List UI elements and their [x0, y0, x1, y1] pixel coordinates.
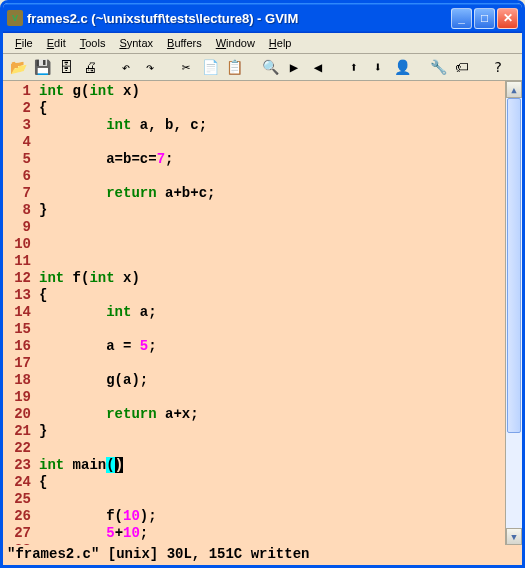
code-editor[interactable]: 1int g(int x)2{3 int a, b, c;45 a=b=c=7;…: [3, 81, 505, 545]
code-line[interactable]: 16 a = 5;: [7, 338, 505, 355]
menu-syntax[interactable]: Syntax: [113, 35, 159, 51]
line-content: {: [39, 100, 47, 117]
help-icon[interactable]: ?: [489, 58, 507, 76]
scroll-thumb[interactable]: [507, 98, 521, 433]
code-line[interactable]: 26 f(10);: [7, 508, 505, 525]
line-number: 23: [7, 457, 31, 474]
code-line[interactable]: 25: [7, 491, 505, 508]
line-number: 5: [7, 151, 31, 168]
line-content: return a+x;: [39, 406, 199, 423]
saveall-icon[interactable]: 🗄: [57, 58, 75, 76]
code-line[interactable]: 24{: [7, 474, 505, 491]
code-line[interactable]: 8}: [7, 202, 505, 219]
line-number: 9: [7, 219, 31, 236]
window-title: frames2.c (~\unixstuff\tests\lecture8) -…: [27, 11, 451, 26]
line-content: {: [39, 287, 47, 304]
status-line: "frames2.c" [unix] 30L, 151C written: [3, 545, 522, 565]
line-number: 11: [7, 253, 31, 270]
redo-icon[interactable]: ↷: [141, 58, 159, 76]
line-content: int main(): [39, 457, 123, 474]
titlebar[interactable]: V frames2.c (~\unixstuff\tests\lecture8)…: [3, 3, 522, 33]
code-line[interactable]: 6: [7, 168, 505, 185]
code-line[interactable]: 14 int a;: [7, 304, 505, 321]
tag-icon[interactable]: 🏷: [453, 58, 471, 76]
code-line[interactable]: 23int main(): [7, 457, 505, 474]
menu-help[interactable]: Help: [263, 35, 298, 51]
menu-buffers[interactable]: Buffers: [161, 35, 208, 51]
find-icon[interactable]: 🔍: [261, 58, 279, 76]
minimize-button[interactable]: _: [451, 8, 472, 29]
code-line[interactable]: 3 int a, b, c;: [7, 117, 505, 134]
line-number: 4: [7, 134, 31, 151]
line-content: }: [39, 423, 47, 440]
run-icon[interactable]: ⬇: [369, 58, 387, 76]
scroll-up-button[interactable]: ▲: [506, 81, 522, 98]
code-line[interactable]: 13{: [7, 287, 505, 304]
line-content: {: [39, 474, 47, 491]
line-number: 12: [7, 270, 31, 287]
line-number: 24: [7, 474, 31, 491]
menu-tools[interactable]: Tools: [74, 35, 112, 51]
menu-edit[interactable]: Edit: [41, 35, 72, 51]
make-icon[interactable]: 👤: [393, 58, 411, 76]
line-number: 22: [7, 440, 31, 457]
line-number: 13: [7, 287, 31, 304]
line-number: 10: [7, 236, 31, 253]
copy-icon[interactable]: 📄: [201, 58, 219, 76]
code-line[interactable]: 11: [7, 253, 505, 270]
findprev-icon[interactable]: ◀: [309, 58, 327, 76]
code-line[interactable]: 9: [7, 219, 505, 236]
code-line[interactable]: 10: [7, 236, 505, 253]
line-number: 2: [7, 100, 31, 117]
line-number: 8: [7, 202, 31, 219]
cut-icon[interactable]: ✂: [177, 58, 195, 76]
maximize-button[interactable]: □: [474, 8, 495, 29]
menu-file[interactable]: File: [9, 35, 39, 51]
line-number: 15: [7, 321, 31, 338]
code-line[interactable]: 19: [7, 389, 505, 406]
undo-icon[interactable]: ↶: [117, 58, 135, 76]
line-number: 21: [7, 423, 31, 440]
save-icon[interactable]: 💾: [33, 58, 51, 76]
line-number: 17: [7, 355, 31, 372]
line-number: 7: [7, 185, 31, 202]
window-controls: _ □ ✕: [451, 8, 518, 29]
scroll-track[interactable]: [506, 98, 522, 528]
vertical-scrollbar[interactable]: ▲ ▼: [505, 81, 522, 545]
findnext-icon[interactable]: ▶: [285, 58, 303, 76]
code-line[interactable]: 27 5+10;: [7, 525, 505, 542]
print-icon[interactable]: 🖨: [81, 58, 99, 76]
code-line[interactable]: 21}: [7, 423, 505, 440]
app-window: V frames2.c (~\unixstuff\tests\lecture8)…: [0, 0, 525, 568]
code-line[interactable]: 7 return a+b+c;: [7, 185, 505, 202]
code-line[interactable]: 22: [7, 440, 505, 457]
open-icon[interactable]: 📂: [9, 58, 27, 76]
code-line[interactable]: 4: [7, 134, 505, 151]
code-line[interactable]: 1int g(int x): [7, 83, 505, 100]
scroll-down-button[interactable]: ▼: [506, 528, 522, 545]
code-line[interactable]: 2{: [7, 100, 505, 117]
line-content: }: [39, 202, 47, 219]
line-content: 5+10;: [39, 525, 148, 542]
load-icon[interactable]: ⬆: [345, 58, 363, 76]
tools-icon[interactable]: 🔧: [429, 58, 447, 76]
line-content: f(10);: [39, 508, 157, 525]
code-line[interactable]: 5 a=b=c=7;: [7, 151, 505, 168]
code-line[interactable]: 17: [7, 355, 505, 372]
paste-icon[interactable]: 📋: [225, 58, 243, 76]
line-number: 18: [7, 372, 31, 389]
code-line[interactable]: 12int f(int x): [7, 270, 505, 287]
line-content: return a+b+c;: [39, 185, 215, 202]
line-number: 16: [7, 338, 31, 355]
line-number: 20: [7, 406, 31, 423]
line-content: int f(int x): [39, 270, 140, 287]
line-number: 25: [7, 491, 31, 508]
close-button[interactable]: ✕: [497, 8, 518, 29]
line-number: 19: [7, 389, 31, 406]
line-number: 26: [7, 508, 31, 525]
line-content: int a;: [39, 304, 157, 321]
menu-window[interactable]: Window: [210, 35, 261, 51]
code-line[interactable]: 15: [7, 321, 505, 338]
code-line[interactable]: 20 return a+x;: [7, 406, 505, 423]
code-line[interactable]: 18 g(a);: [7, 372, 505, 389]
